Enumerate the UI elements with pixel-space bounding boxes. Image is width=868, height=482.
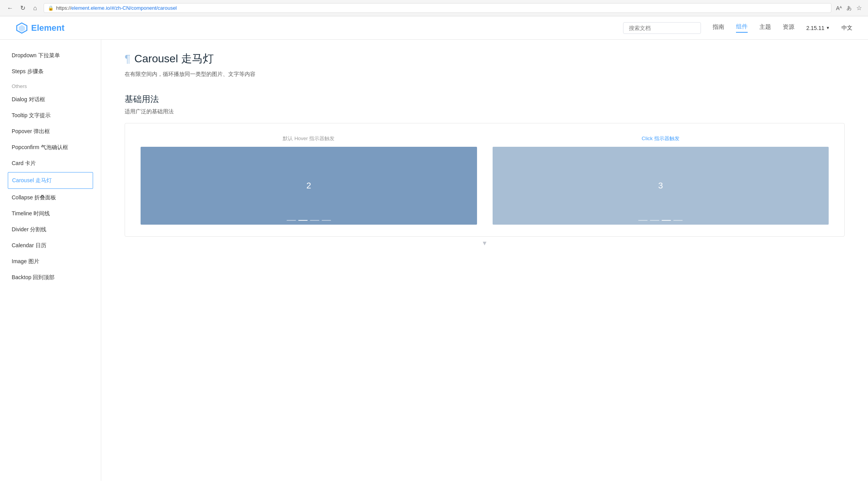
lang-selector[interactable]: 中文 xyxy=(842,25,852,32)
main-content: ¶ Carousel 走马灯 在有限空间内，循环播放同一类型的图片、文字等内容 … xyxy=(101,40,868,481)
carousel-dot-1[interactable] xyxy=(287,220,296,221)
sidebar-item-dropdown[interactable]: Dropdown 下拉菜单 xyxy=(0,47,101,63)
demo-right: Click 指示器触发 3 xyxy=(493,135,829,225)
sidebar-item-image[interactable]: Image 图片 xyxy=(0,253,101,269)
carousel-right[interactable]: 3 xyxy=(493,147,829,225)
carousel-dot-r3[interactable] xyxy=(662,220,671,221)
carousel-dot-r2[interactable] xyxy=(650,220,659,221)
version-selector[interactable]: 2.15.11 ▼ xyxy=(806,25,830,31)
url-text: https://element.eleme.io/#/zh-CN/compone… xyxy=(56,5,177,11)
carousel-dot-r4[interactable] xyxy=(673,220,683,221)
logo[interactable]: Element xyxy=(16,22,65,34)
nav-links: 指南 组件 主题 资源 xyxy=(713,23,794,33)
carousel-dots-right xyxy=(638,220,683,221)
content-area: Dropdown 下拉菜单 Steps 步骤条 Others Dialog 对话… xyxy=(0,40,868,481)
scroll-indicator: ▼ xyxy=(125,237,845,250)
demo-left-label: 默认 Hover 指示器触发 xyxy=(283,135,335,142)
demo-container: 默认 Hover 指示器触发 2 xyxy=(125,123,845,237)
carousel-slide-left: 2 xyxy=(141,147,477,225)
carousel-slide-right: 3 xyxy=(493,147,829,225)
sidebar-item-card[interactable]: Card 卡片 xyxy=(0,155,101,171)
address-bar[interactable]: 🔒 https://element.eleme.io/#/zh-CN/compo… xyxy=(44,3,831,13)
sidebar-item-collapse[interactable]: Collapse 折叠面板 xyxy=(0,190,101,206)
page-title: Carousel 走马灯 xyxy=(134,51,214,66)
search-input[interactable] xyxy=(623,22,701,34)
sidebar-item-popover[interactable]: Popover 弹出框 xyxy=(0,123,101,139)
section-subtitle: 适用广泛的基础用法 xyxy=(125,108,845,115)
chevron-down-icon: ▼ xyxy=(826,26,830,30)
page-title-area: ¶ Carousel 走马灯 xyxy=(125,51,845,66)
bookmark-icon[interactable]: ☆ xyxy=(856,4,862,12)
lock-icon: 🔒 xyxy=(48,5,54,11)
header: Element 指南 组件 主题 资源 2.15.11 ▼ 中文 xyxy=(0,16,868,40)
nav-guide[interactable]: 指南 xyxy=(713,23,724,32)
home-button[interactable]: ⌂ xyxy=(31,4,39,12)
demo-right-label: Click 指示器触发 xyxy=(642,135,680,142)
carousel-dot-3[interactable] xyxy=(310,220,319,221)
demo-left: 默认 Hover 指示器触发 2 xyxy=(141,135,477,225)
logo-icon xyxy=(16,22,28,34)
svg-marker-1 xyxy=(19,25,25,32)
back-button[interactable]: ← xyxy=(6,4,14,12)
carousel-dot-4[interactable] xyxy=(322,220,331,221)
chevron-down-scroll-icon: ▼ xyxy=(482,240,488,247)
carousel-dots-left xyxy=(287,220,331,221)
sidebar-item-steps[interactable]: Steps 步骤条 xyxy=(0,63,101,79)
sidebar: Dropdown 下拉菜单 Steps 步骤条 Others Dialog 对话… xyxy=(0,40,101,481)
carousel-left[interactable]: 2 xyxy=(141,147,477,225)
sidebar-item-carousel[interactable]: Carousel 走马灯 xyxy=(8,172,93,189)
sidebar-item-backtop[interactable]: Backtop 回到顶部 xyxy=(0,269,101,285)
logo-text: Element xyxy=(31,23,65,33)
sidebar-item-divider[interactable]: Divider 分割线 xyxy=(0,222,101,237)
sidebar-item-popconfirm[interactable]: Popconfirm 气泡确认框 xyxy=(0,139,101,155)
section-title: 基础用法 xyxy=(125,93,845,105)
reader-icon[interactable]: Aᴬ xyxy=(836,5,842,11)
refresh-button[interactable]: ↻ xyxy=(19,4,26,12)
sidebar-section-others: Others xyxy=(0,79,101,91)
sidebar-item-timeline[interactable]: Timeline 时间线 xyxy=(0,206,101,222)
nav-theme[interactable]: 主题 xyxy=(759,23,771,32)
carousel-dot-r1[interactable] xyxy=(638,220,648,221)
browser-tools: Aᴬ あ ☆ xyxy=(836,4,862,12)
app-wrapper: Element 指南 组件 主题 资源 2.15.11 ▼ 中文 Dropdow… xyxy=(0,16,868,481)
font-icon[interactable]: あ xyxy=(847,5,852,12)
nav-components[interactable]: 组件 xyxy=(736,23,748,33)
sidebar-item-tooltip[interactable]: Tooltip 文字提示 xyxy=(0,107,101,123)
pilcrow-icon: ¶ xyxy=(125,53,130,65)
sidebar-item-dialog[interactable]: Dialog 对话框 xyxy=(0,91,101,107)
browser-chrome: ← ↻ ⌂ 🔒 https://element.eleme.io/#/zh-CN… xyxy=(0,0,868,16)
page-subtitle: 在有限空间内，循环播放同一类型的图片、文字等内容 xyxy=(125,71,845,78)
nav-resources[interactable]: 资源 xyxy=(783,23,794,32)
carousel-dot-2[interactable] xyxy=(298,220,308,221)
sidebar-item-calendar[interactable]: Calendar 日历 xyxy=(0,237,101,253)
demo-row: 默认 Hover 指示器触发 2 xyxy=(141,135,829,225)
